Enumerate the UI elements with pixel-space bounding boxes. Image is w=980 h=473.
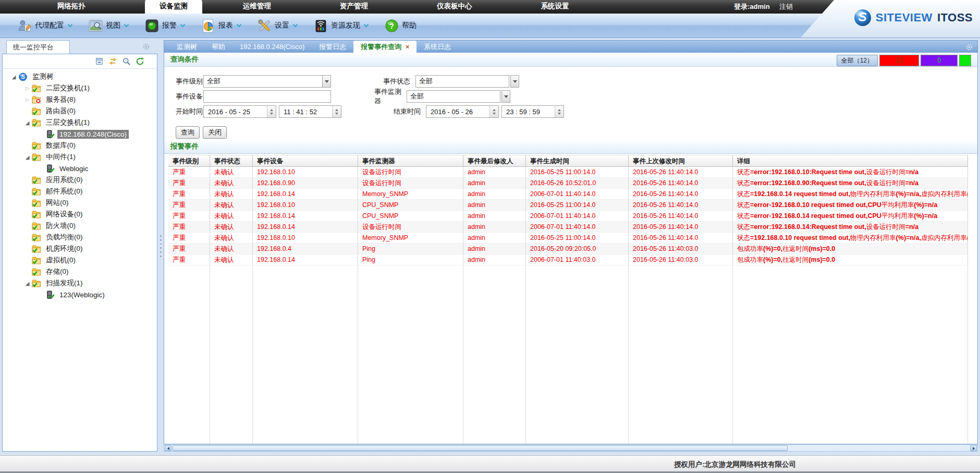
- horizontal-scrollbar[interactable]: [164, 444, 978, 452]
- tree-item-邮件系统(0)[interactable]: 邮件系统(0): [3, 186, 157, 197]
- table-row[interactable]: 严重未确认192.168.0.10CPU_SNMPadmin2016-05-25…: [168, 200, 968, 211]
- tree-item-扫描发现(1)[interactable]: ◢扫描发现(1): [3, 277, 157, 289]
- table-row[interactable]: 严重未确认192.168.0.14CPU_SNMPadmin2006-07-01…: [168, 211, 968, 222]
- tab-监测树[interactable]: 监测树: [169, 41, 204, 53]
- tree-item-网络设备(0)[interactable]: 网络设备(0): [3, 209, 157, 220]
- collapse-all-icon[interactable]: [95, 57, 104, 66]
- end-time-spin-buttons[interactable]: [555, 106, 564, 117]
- tree-item-三层交换机(1)[interactable]: ◢三层交换机(1): [3, 117, 157, 128]
- tree-item-防火墙(0)[interactable]: 防火墙(0): [3, 220, 157, 232]
- menu-item-运维管理[interactable]: 运维管理: [234, 2, 280, 14]
- badge-all-button[interactable]: 全部（12）: [837, 55, 878, 66]
- menu-item-网络拓扑[interactable]: 网络拓扑: [48, 2, 95, 14]
- table-row[interactable]: 严重未确认192.168.0.14Memory_SNMPadmin2006-07…: [168, 189, 968, 200]
- tree-item-负载均衡(0)[interactable]: 负载均衡(0): [3, 232, 157, 243]
- menu-item-仪表板中心[interactable]: 仪表板中心: [427, 2, 482, 14]
- toolbar-item-报警[interactable]: 报警: [145, 19, 186, 33]
- logout-link[interactable]: 注销: [779, 2, 793, 11]
- tree-item-192.168.0.248(Cisco)[interactable]: 192.168.0.248(Cisco): [3, 128, 157, 140]
- start-time-spin-buttons[interactable]: [332, 106, 341, 117]
- table-row[interactable]: 严重未确认192.168.0.10设备运行时间admin2016-05-25 1…: [168, 167, 968, 178]
- end-time-spinner[interactable]: 23 : 59 : 59: [501, 105, 564, 118]
- cell: 未确认: [210, 167, 253, 178]
- tree-item-数据库(0)[interactable]: 数据库(0): [3, 140, 157, 151]
- tab-报警日志[interactable]: 报警日志: [312, 41, 353, 53]
- tree-item-路由器(0)[interactable]: 路由器(0): [3, 105, 157, 117]
- sidebar-gear-icon[interactable]: [142, 43, 150, 51]
- tab-close-icon[interactable]: ×: [406, 44, 409, 50]
- tree-item-监测树[interactable]: ◢监测树: [3, 71, 157, 82]
- badge-purple[interactable]: 0: [921, 55, 958, 66]
- tree-item-网站(0)[interactable]: 网站(0): [3, 197, 157, 209]
- tab-帮助[interactable]: 帮助: [204, 41, 232, 53]
- cell: 2016-05-20 09:20:05.0: [526, 244, 629, 254]
- badge-green[interactable]: [959, 55, 971, 66]
- event-status-dropdown-arrow[interactable]: [510, 75, 519, 88]
- transfer-arrows-icon[interactable]: [108, 57, 117, 66]
- sidebar-tab-unified-platform[interactable]: 统一监控平台: [6, 40, 70, 54]
- expander-closed-icon[interactable]: ▷: [23, 97, 31, 102]
- column-header-事件上次修改时间[interactable]: 事件上次修改时间: [629, 155, 733, 167]
- menu-item-资产管理[interactable]: 资产管理: [330, 2, 377, 14]
- event-level-dropdown-arrow[interactable]: [322, 75, 331, 88]
- event-status-select[interactable]: 全部: [415, 75, 519, 88]
- menu-item-系统设置[interactable]: 系统设置: [532, 2, 579, 14]
- expander-open-icon[interactable]: ◢: [23, 281, 31, 286]
- toolbar-item-资源发现[interactable]: 资源发现: [314, 19, 369, 33]
- tab-报警事件查询[interactable]: 报警事件查询×: [353, 41, 416, 53]
- toolbar-item-报表[interactable]: 报表: [201, 19, 242, 33]
- expander-open-icon[interactable]: ◢: [10, 74, 18, 80]
- table-row[interactable]: 严重未确认192.168.0.14设备运行时间admin2006-07-01 1…: [168, 222, 968, 233]
- event-monitor-dropdown-arrow[interactable]: [501, 90, 510, 103]
- tree-item-中间件(1)[interactable]: ◢中间件(1): [3, 151, 157, 163]
- toolbar-item-视图[interactable]: 视图: [89, 19, 129, 33]
- toolbar-item-帮助[interactable]: ?帮助: [385, 19, 416, 33]
- badge-critical[interactable]: 12: [879, 55, 919, 66]
- folder-ok-icon: [31, 176, 42, 185]
- panel-splitter-handle[interactable]: [158, 235, 163, 258]
- scrollbar-thumb[interactable]: [173, 445, 788, 451]
- toolbar-item-设置[interactable]: 设置: [258, 19, 298, 33]
- tree-item-应用系统(0)[interactable]: 应用系统(0): [3, 174, 157, 186]
- tree-item-服务器(8)[interactable]: ▷服务器(8): [3, 94, 157, 105]
- column-header-事件最后修改人[interactable]: 事件最后修改人: [463, 155, 526, 167]
- search-icon[interactable]: [122, 57, 131, 66]
- table-row[interactable]: 严重未确认192.168.0.90设备运行时间admin2016-05-26 1…: [168, 178, 968, 189]
- start-time-spinner[interactable]: 11 : 41 : 52: [279, 105, 341, 118]
- start-date-spinner[interactable]: 2016 - 05 - 25: [203, 105, 276, 118]
- scroll-left-arrow[interactable]: [165, 445, 172, 451]
- tabstrip-gear-icon[interactable]: [965, 43, 973, 51]
- column-header-详细[interactable]: 详细: [733, 155, 968, 167]
- tree-item-123(Weblogic)[interactable]: 123(Weblogic): [3, 289, 157, 300]
- tab-192.168.0.248(Cisco)[interactable]: 192.168.0.248(Cisco): [232, 41, 312, 53]
- tree-item-机房环境(0)[interactable]: 机房环境(0): [3, 243, 157, 254]
- tab-系统日志[interactable]: 系统日志: [416, 41, 458, 53]
- column-header-事件状态[interactable]: 事件状态: [210, 155, 253, 167]
- column-header-事件监测器[interactable]: 事件监测器: [358, 155, 463, 167]
- expander-open-icon[interactable]: ◢: [23, 154, 31, 160]
- start-date-spin-buttons[interactable]: [267, 106, 276, 117]
- end-date-spinner[interactable]: 2016 - 05 - 26: [426, 105, 499, 118]
- event-level-select[interactable]: 全部: [203, 75, 331, 88]
- menu-item-设备监测[interactable]: 设备监测: [145, 0, 202, 14]
- tree-item-虚拟机(0)[interactable]: 虚拟机(0): [3, 254, 157, 266]
- search-button[interactable]: 查询: [176, 126, 200, 139]
- close-button[interactable]: 关闭: [203, 126, 227, 139]
- end-date-spin-buttons[interactable]: [489, 106, 498, 117]
- tree-item-二层交换机(1)[interactable]: ▷二层交换机(1): [3, 82, 157, 94]
- toolbar-item-代理配置[interactable]: 代理配置: [18, 19, 73, 33]
- table-row[interactable]: 严重未确认192.168.0.10Memory_SNMPadmin2016-05…: [168, 233, 968, 244]
- scroll-right-arrow[interactable]: [970, 445, 977, 451]
- tree-item-Weblogic[interactable]: Weblogic: [3, 163, 157, 174]
- expander-open-icon[interactable]: ◢: [23, 120, 31, 126]
- column-header-事件生成时间[interactable]: 事件生成时间: [526, 155, 629, 167]
- expander-closed-icon[interactable]: ▷: [23, 86, 31, 91]
- refresh-icon[interactable]: [136, 57, 144, 66]
- column-header-事件级别[interactable]: 事件级别: [168, 155, 210, 167]
- event-device-input[interactable]: [203, 90, 331, 103]
- column-header-事件设备[interactable]: 事件设备: [253, 155, 358, 167]
- table-row[interactable]: 严重未确认192.168.0.4Pingadmin2016-05-20 09:2…: [168, 244, 968, 254]
- table-row[interactable]: 严重未确认192.168.0.14Pingadmin2006-07-01 11:…: [168, 254, 968, 265]
- tree-item-存储(0)[interactable]: 存储(0): [3, 266, 157, 277]
- event-monitor-select[interactable]: 全部: [407, 90, 510, 103]
